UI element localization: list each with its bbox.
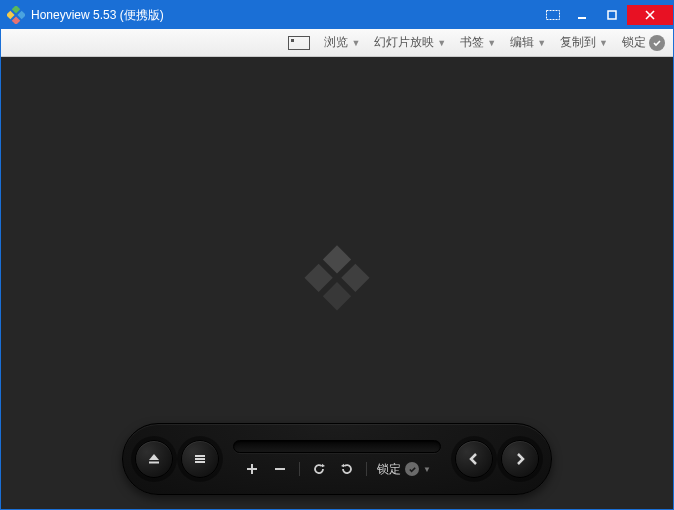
svg-marker-23 (322, 464, 325, 467)
menu-button[interactable] (181, 440, 219, 478)
browse-label: 浏览 (324, 34, 348, 51)
svg-rect-1 (17, 11, 25, 19)
bookmarks-label: 书签 (460, 34, 484, 51)
redo-icon (340, 462, 354, 476)
plus-icon (245, 462, 259, 476)
svg-rect-18 (195, 458, 205, 460)
slideshow-menu[interactable]: 幻灯片放映 ▼ (374, 34, 446, 51)
seek-bar[interactable] (233, 440, 441, 453)
chevron-down-icon: ▼ (423, 465, 431, 474)
bookmarks-menu[interactable]: 书签 ▼ (460, 34, 496, 51)
svg-rect-16 (149, 462, 159, 464)
lock-toggle-bottom[interactable]: 锁定 ▼ (377, 461, 431, 478)
zoom-in-button[interactable] (243, 460, 261, 478)
edit-label: 编辑 (510, 34, 534, 51)
edit-menu[interactable]: 编辑 ▼ (510, 34, 546, 51)
copyto-menu[interactable]: 复制到 ▼ (560, 34, 608, 51)
toolbar: 浏览 ▼ 幻灯片放映 ▼ 书签 ▼ 编辑 ▼ 复制到 ▼ 锁定 (1, 29, 673, 57)
lock-toggle[interactable]: 锁定 (622, 34, 665, 51)
previous-button[interactable] (455, 440, 493, 478)
svg-rect-11 (323, 245, 351, 273)
lock-label-bottom: 锁定 (377, 461, 401, 478)
eject-icon (146, 451, 162, 467)
chevron-down-icon: ▼ (351, 38, 360, 48)
next-button[interactable] (501, 440, 539, 478)
svg-rect-19 (195, 461, 205, 463)
separator (299, 462, 300, 476)
chevron-right-icon (512, 451, 528, 467)
rotate-left-button[interactable] (310, 460, 328, 478)
fit-icon (288, 36, 310, 50)
svg-rect-3 (12, 16, 20, 24)
chevron-left-icon (466, 451, 482, 467)
check-circle-icon (405, 462, 419, 476)
svg-rect-12 (341, 264, 369, 292)
titlebar: Honeyview 5.53 (便携版) (1, 1, 673, 29)
copyto-label: 复制到 (560, 34, 596, 51)
svg-rect-10 (291, 39, 294, 42)
svg-rect-2 (7, 11, 15, 19)
svg-rect-13 (304, 264, 332, 292)
placeholder-logo-icon (302, 243, 372, 316)
svg-rect-9 (289, 36, 310, 49)
chevron-down-icon: ▼ (437, 38, 446, 48)
fullscreen-button[interactable] (539, 5, 567, 25)
close-button[interactable] (627, 5, 673, 25)
control-center: 锁定 ▼ (227, 440, 447, 478)
minimize-button[interactable] (567, 5, 597, 25)
fit-to-window-button[interactable] (288, 36, 310, 50)
svg-rect-4 (547, 11, 560, 20)
sub-controls: 锁定 ▼ (233, 460, 441, 478)
open-button[interactable] (135, 440, 173, 478)
app-icon (7, 6, 25, 24)
check-circle-icon (649, 35, 665, 51)
undo-icon (312, 462, 326, 476)
chevron-down-icon: ▼ (599, 38, 608, 48)
control-bar: 锁定 ▼ (122, 423, 552, 495)
separator (366, 462, 367, 476)
zoom-out-button[interactable] (271, 460, 289, 478)
minus-icon (273, 462, 287, 476)
svg-rect-14 (323, 282, 351, 310)
window-title: Honeyview 5.53 (便携版) (31, 7, 164, 24)
svg-rect-17 (195, 455, 205, 457)
svg-marker-24 (341, 464, 344, 467)
hamburger-icon (192, 451, 208, 467)
chevron-down-icon: ▼ (487, 38, 496, 48)
image-viewer[interactable]: 锁定 ▼ (1, 57, 673, 509)
browse-menu[interactable]: 浏览 ▼ (324, 34, 360, 51)
svg-marker-15 (149, 454, 159, 460)
slideshow-label: 幻灯片放映 (374, 34, 434, 51)
svg-rect-6 (608, 11, 616, 19)
lock-label: 锁定 (622, 34, 646, 51)
svg-rect-0 (12, 6, 20, 14)
rotate-right-button[interactable] (338, 460, 356, 478)
maximize-button[interactable] (597, 5, 627, 25)
chevron-down-icon: ▼ (537, 38, 546, 48)
